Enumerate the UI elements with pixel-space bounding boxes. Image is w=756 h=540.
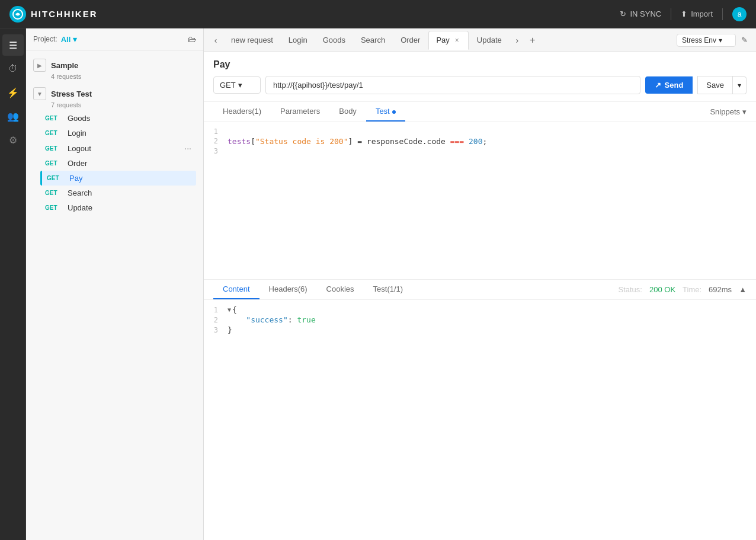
tab-pay[interactable]: Pay ×	[428, 31, 468, 50]
edit-env-button[interactable]: ✎	[737, 33, 751, 47]
request-goods[interactable]: GET Goods	[40, 111, 196, 126]
icon-sidebar: ☰ ⏱ ⚡ 👥 ⚙	[0, 28, 26, 540]
save-dropdown-button[interactable]: ▾	[733, 76, 747, 94]
logo-icon	[9, 6, 26, 23]
line-num-1: 1	[204, 127, 228, 136]
tab-next-button[interactable]: ›	[510, 33, 524, 47]
sidebar-item-team[interactable]: 👥	[2, 106, 24, 127]
divider-1	[671, 8, 671, 20]
collection-sample-name: Sample	[51, 61, 78, 70]
import-button[interactable]: ⬆ Import	[681, 9, 713, 18]
sidebar-item-history[interactable]: ⏱	[2, 58, 24, 79]
tab-login[interactable]: Login	[281, 31, 315, 50]
save-label: Save	[706, 81, 724, 90]
snippets-chevron-icon: ▾	[742, 107, 747, 116]
tab-update[interactable]: Update	[470, 31, 509, 50]
tab-order[interactable]: Order	[393, 31, 427, 50]
snippets-button[interactable]: Snippets ▾	[710, 107, 747, 116]
env-selector[interactable]: Stress Env ▾	[677, 34, 736, 47]
test-code-editor[interactable]: 1 2 tests["Status code is 200"] = respon…	[204, 122, 756, 280]
request-login[interactable]: GET Login	[40, 126, 196, 140]
sub-tab-body[interactable]: Body	[329, 102, 366, 122]
request-name-login: Login	[68, 129, 87, 138]
main-layout: ☰ ⏱ ⚡ 👥 ⚙ Project: All ▾ 🗁	[0, 28, 756, 540]
json-line-num-1: 1	[204, 306, 228, 314]
response-tabs-bar: Content Headers(6) Cookies Test(1/1) Sta…	[204, 280, 756, 300]
request-sub-tabs: Headers(1) Parameters Body Test Snippets…	[204, 102, 756, 122]
request-name-order: Order	[68, 159, 87, 168]
sidebar-item-environment[interactable]: ⚡	[2, 82, 24, 103]
app-logo: HITCHHIKER	[9, 6, 98, 23]
json-expand-1[interactable]: ▼	[228, 306, 231, 313]
tab-update-label: Update	[477, 36, 502, 44]
app-title: HITCHHIKER	[31, 9, 98, 19]
send-label: Send	[665, 81, 684, 90]
code-line-1: 1	[204, 127, 756, 136]
tab-bar: ‹ new request Login Goods Search Order P…	[204, 28, 756, 52]
project-label: Project:	[33, 35, 57, 43]
sub-tab-headers[interactable]: Headers(1)	[213, 102, 271, 122]
collection-sample-header[interactable]: ▶ Sample	[33, 59, 196, 72]
collection-stress-name: Stress Test	[51, 90, 92, 98]
json-content-1: {	[232, 305, 237, 314]
environment-icon: ⚡	[7, 87, 19, 98]
tab-pay-close[interactable]: ×	[453, 36, 461, 45]
collection-stress-test: ▼ Stress Test 7 requests GET Goods GET L…	[26, 84, 203, 219]
json-line-num-2: 2	[204, 316, 228, 324]
sub-tab-parameters[interactable]: Parameters	[271, 102, 329, 122]
response-tab-headers[interactable]: Headers(6)	[260, 280, 317, 299]
request-title: Pay	[213, 59, 747, 70]
response-tab-content[interactable]: Content	[213, 280, 260, 299]
user-menu-button[interactable]: a	[732, 7, 747, 21]
sidebar-item-settings[interactable]: ⚙	[2, 129, 24, 151]
method-badge-order: GET	[45, 160, 63, 167]
tab-search[interactable]: Search	[354, 31, 392, 50]
collapse-button[interactable]: ▲	[739, 285, 747, 294]
method-value: GET	[220, 81, 236, 90]
time-value: 692ms	[709, 285, 732, 294]
new-collection-button[interactable]: 🗁	[188, 34, 196, 44]
tab-login-label: Login	[289, 36, 307, 44]
sidebar-item-collections[interactable]: ☰	[2, 34, 24, 56]
status-value: 200 OK	[649, 285, 675, 294]
tab-goods-label: Goods	[323, 36, 345, 44]
navbar: HITCHHIKER ↻ IN SYNC ⬆ Import a	[0, 0, 756, 28]
tab-goods[interactable]: Goods	[316, 31, 353, 50]
sync-icon: ↻	[620, 9, 626, 18]
request-update[interactable]: GET Update	[40, 200, 196, 215]
project-value: All	[61, 35, 71, 44]
project-selector[interactable]: All ▾	[61, 35, 78, 44]
request-name-goods: Goods	[68, 114, 90, 123]
request-order[interactable]: GET Order	[40, 156, 196, 171]
json-line-1: 1 ▼ {	[204, 305, 756, 315]
response-tab-cookies[interactable]: Cookies	[317, 280, 364, 299]
send-button[interactable]: ↗ Send	[645, 76, 693, 94]
method-select[interactable]: GET ▾	[213, 76, 261, 94]
sub-tab-test-label: Test	[376, 107, 390, 116]
line-num-3: 3	[204, 147, 228, 155]
sync-label: IN SYNC	[630, 9, 661, 18]
team-icon: 👥	[7, 111, 19, 122]
sub-tab-headers-label: Headers(1)	[223, 107, 261, 116]
json-line-num-3: 3	[204, 326, 228, 334]
request-pay[interactable]: GET Pay	[40, 171, 196, 186]
request-more-logout[interactable]: ···	[184, 143, 191, 153]
save-button[interactable]: Save	[697, 76, 733, 94]
request-logout[interactable]: GET Logout ···	[40, 140, 196, 156]
history-icon: ⏱	[8, 63, 18, 74]
sync-button[interactable]: ↻ IN SYNC	[620, 9, 661, 18]
right-panel: ‹ new request Login Goods Search Order P…	[204, 28, 756, 540]
tab-prev-button[interactable]: ‹	[209, 33, 223, 47]
send-icon: ↗	[655, 81, 661, 90]
json-line-3: 3 }	[204, 325, 756, 335]
url-input[interactable]	[265, 76, 640, 94]
method-badge-pay: GET	[47, 175, 65, 181]
sub-tab-test[interactable]: Test	[366, 102, 405, 122]
request-search[interactable]: GET Search	[40, 186, 196, 200]
response-tab-test[interactable]: Test(1/1)	[364, 280, 413, 299]
collection-stress-test-header[interactable]: ▼ Stress Test	[33, 87, 196, 100]
tab-new-request[interactable]: new request	[224, 31, 280, 50]
tab-add-button[interactable]: +	[526, 33, 540, 47]
collection-sample: ▶ Sample 4 requests	[26, 55, 203, 84]
collection-sample-meta: 4 requests	[51, 73, 196, 80]
